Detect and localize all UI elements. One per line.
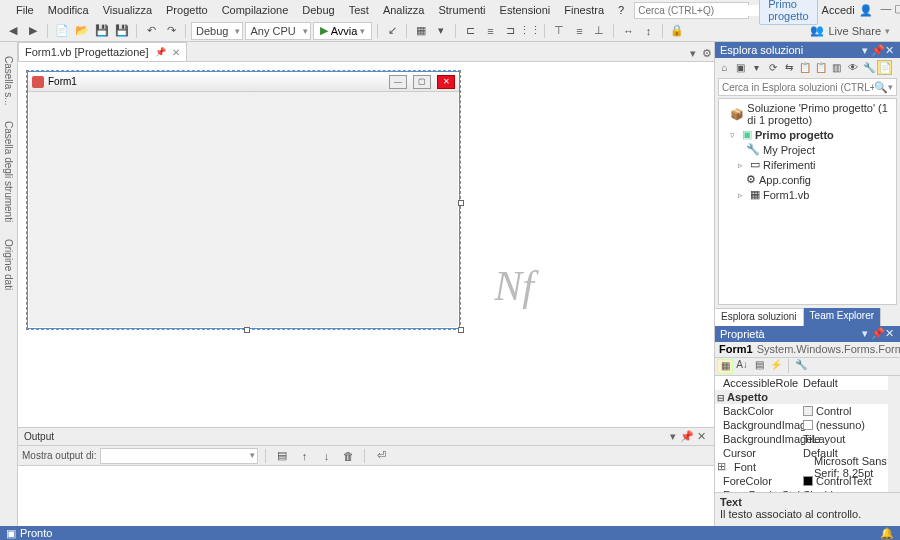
output-source-combo[interactable] <box>100 448 258 464</box>
tree-item[interactable]: ▹▦Form1.vb <box>721 187 894 202</box>
solution-dropdown-icon[interactable]: ▾ <box>859 44 871 57</box>
output-clear-icon[interactable]: 🗑 <box>339 447 357 465</box>
sol-showall-icon[interactable]: 👁 <box>845 60 860 75</box>
restore-button[interactable]: ▢ <box>894 2 900 18</box>
resize-handle-e[interactable] <box>458 200 464 206</box>
sol-btn-7[interactable]: ▥ <box>829 60 844 75</box>
scrollbar[interactable] <box>888 376 900 493</box>
sol-btn-6[interactable]: 📋 <box>813 60 828 75</box>
props-alpha-icon[interactable]: A↓ <box>734 359 750 374</box>
distribute-icon[interactable]: ⋮⋮ <box>521 22 539 40</box>
doc-tab-form1[interactable]: Form1.vb [Progettazione] 📌 ✕ <box>18 42 187 61</box>
property-row[interactable]: ⊟Aspetto <box>715 390 900 404</box>
config-combo[interactable]: Debug <box>191 22 243 40</box>
menu-extensions[interactable]: Estensioni <box>494 2 557 18</box>
property-row[interactable]: FormBorderStyleSizable <box>715 488 900 493</box>
output-wordwrap-icon[interactable]: ⏎ <box>372 447 390 465</box>
sol-btn-2[interactable]: ▾ <box>749 60 764 75</box>
menu-debug[interactable]: Debug <box>296 2 340 18</box>
form-window[interactable]: Form1 — ▢ ✕ <box>27 71 460 329</box>
props-events-icon[interactable]: ⚡ <box>768 359 784 374</box>
sol-home-icon[interactable]: ⌂ <box>717 60 732 75</box>
solution-tree[interactable]: 📦Soluzione 'Primo progetto' (1 di 1 prog… <box>718 98 897 305</box>
output-body[interactable] <box>18 466 714 526</box>
tree-project[interactable]: ▿▣Primo progetto <box>721 127 894 142</box>
property-row[interactable]: BackgroundImage(nessuno) <box>715 418 900 432</box>
resize-handle-s[interactable] <box>244 327 250 333</box>
nav-fwd-icon[interactable]: ▶ <box>24 22 42 40</box>
valign-top-icon[interactable]: ⊤ <box>550 22 568 40</box>
props-object-combo[interactable]: Form1System.Windows.Forms.Form▾ <box>715 342 900 358</box>
properties-grid[interactable]: AccessibleRoleDefault⊟AspettoBackColorCo… <box>715 376 900 493</box>
tab-datasource[interactable]: Origine dati <box>2 235 15 294</box>
props-pages-icon[interactable]: 🔧 <box>793 359 809 374</box>
spacing-h-icon[interactable]: ↔ <box>619 22 637 40</box>
sol-btn-5[interactable]: 📋 <box>797 60 812 75</box>
property-row[interactable]: BackColorControl <box>715 404 900 418</box>
tab-gear-icon[interactable]: ⚙ <box>700 47 714 61</box>
align-right-icon[interactable]: ⊐ <box>501 22 519 40</box>
form-selection[interactable]: Form1 — ▢ ✕ <box>26 70 461 330</box>
tree-solution-root[interactable]: 📦Soluzione 'Primo progetto' (1 di 1 prog… <box>721 101 894 127</box>
output-close-icon[interactable]: ✕ <box>694 430 708 443</box>
redo-icon[interactable]: ↷ <box>162 22 180 40</box>
project-chip[interactable]: Primo progetto <box>759 0 817 25</box>
solution-search[interactable]: 🔍▾ <box>718 78 897 96</box>
sol-sync-icon[interactable]: ⇆ <box>781 60 796 75</box>
output-dropdown-icon[interactable]: ▾ <box>666 430 680 443</box>
tab-solution-explorer[interactable]: Esplora soluzioni <box>715 308 804 326</box>
tree-item[interactable]: 🔧My Project <box>721 142 894 157</box>
platform-combo[interactable]: Any CPU <box>245 22 310 40</box>
align-center-icon[interactable]: ≡ <box>481 22 499 40</box>
property-row[interactable]: AccessibleRoleDefault <box>715 376 900 390</box>
property-row[interactable]: ForeColorControlText <box>715 474 900 488</box>
nav-back-icon[interactable]: ◀ <box>4 22 22 40</box>
menu-window[interactable]: Finestra <box>558 2 610 18</box>
menu-test[interactable]: Test <box>343 2 375 18</box>
quick-search-input[interactable] <box>638 5 765 16</box>
start-button[interactable]: ▶Avvia▾ <box>313 22 373 40</box>
property-row[interactable]: ⊞FontMicrosoft Sans Serif; 8,25pt <box>715 460 900 474</box>
props-dropdown-icon[interactable]: ▾ <box>859 327 871 340</box>
tab-toolbox[interactable]: Casella degli strumenti <box>2 117 15 226</box>
close-tab-icon[interactable]: ✕ <box>172 47 180 58</box>
sol-btn-10[interactable]: 📄 <box>877 60 892 75</box>
notifications-icon[interactable]: 🔔 <box>880 527 894 540</box>
designer-surface[interactable]: Nf Form1 — ▢ ✕ <box>18 62 714 427</box>
tb-icon-2[interactable]: ▦ <box>412 22 430 40</box>
output-find-icon[interactable]: ▤ <box>273 447 291 465</box>
props-categorized-icon[interactable]: ▦ <box>717 359 733 374</box>
menu-analyze[interactable]: Analizza <box>377 2 431 18</box>
tree-item[interactable]: ⚙App.config <box>721 172 894 187</box>
output-next-icon[interactable]: ↓ <box>317 447 335 465</box>
sol-refresh-icon[interactable]: ⟳ <box>765 60 780 75</box>
menu-help[interactable]: ? <box>612 2 630 18</box>
menu-file[interactable]: File <box>10 2 40 18</box>
tab-team-explorer[interactable]: Team Explorer <box>804 308 881 326</box>
solution-search-input[interactable] <box>722 82 874 93</box>
menu-view[interactable]: Visualizza <box>97 2 158 18</box>
output-prev-icon[interactable]: ↑ <box>295 447 313 465</box>
tb-icon-3[interactable]: ▾ <box>432 22 450 40</box>
tree-item[interactable]: ▹▭Riferimenti <box>721 157 894 172</box>
valign-bot-icon[interactable]: ⊥ <box>590 22 608 40</box>
solution-close-icon[interactable]: ✕ <box>883 44 895 57</box>
valign-mid-icon[interactable]: ≡ <box>570 22 588 40</box>
sol-btn-1[interactable]: ▣ <box>733 60 748 75</box>
align-left-icon[interactable]: ⊏ <box>461 22 479 40</box>
save-icon[interactable]: 💾 <box>93 22 111 40</box>
props-props-icon[interactable]: ▤ <box>751 359 767 374</box>
resize-handle-se[interactable] <box>458 327 464 333</box>
solution-pin-icon[interactable]: 📌 <box>871 44 883 57</box>
open-icon[interactable]: 📂 <box>73 22 91 40</box>
minimize-button[interactable]: — <box>881 2 892 18</box>
menu-project[interactable]: Progetto <box>160 2 214 18</box>
tb-icon-1[interactable]: ↙ <box>383 22 401 40</box>
props-pin-icon[interactable]: 📌 <box>871 327 883 340</box>
menu-tools[interactable]: Strumenti <box>432 2 491 18</box>
property-row[interactable]: BackgroundImageLayoutTile <box>715 432 900 446</box>
new-icon[interactable]: 📄 <box>53 22 71 40</box>
props-close-icon[interactable]: ✕ <box>883 327 895 340</box>
signin-button[interactable]: Accedi👤 <box>822 4 873 17</box>
sol-properties-icon[interactable]: 🔧 <box>861 60 876 75</box>
